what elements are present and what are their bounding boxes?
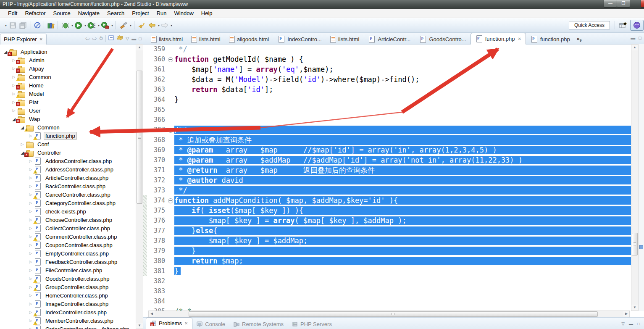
tab-close-icon[interactable]: ✕: [518, 37, 521, 41]
code-line[interactable]: 384: [143, 296, 631, 306]
scroll-up-icon[interactable]: ▲: [136, 45, 143, 50]
menu-help[interactable]: Help: [197, 9, 216, 18]
editor-tab-allgoods-html[interactable]: allgoods.html: [225, 34, 273, 44]
code-line[interactable]: 373 */: [143, 185, 631, 195]
tree-item-categorycontroller-class-php[interactable]: ▷PCategoryController.class.php: [0, 199, 136, 207]
tab-php-explorer[interactable]: PHP Explorer ✕: [0, 34, 47, 45]
overview-ruler[interactable]: [638, 44, 644, 311]
tab-close-icon[interactable]: ✕: [184, 321, 188, 326]
bottom-view-menu-icon[interactable]: ▽: [621, 321, 625, 326]
tree-item-homecontroller-class-php[interactable]: ▷PHomeController.class.php: [0, 291, 136, 300]
tree-item-backcontroller-class-php[interactable]: ▷PBackController.class.php: [0, 182, 136, 190]
code-line[interactable]: 359 */: [143, 44, 631, 54]
skip-breakpoints-icon[interactable]: [32, 21, 42, 30]
code-line[interactable]: 367/**: [143, 125, 631, 135]
tree-item-alipay[interactable]: ▷xAlipay: [0, 64, 136, 73]
tree-item-choosecontroller-class-php[interactable]: ▷PChooseController.class.php: [0, 216, 136, 224]
code-line[interactable]: 370 * @param array $addMap //$addMap['id…: [143, 155, 631, 165]
menu-window[interactable]: Window: [171, 9, 197, 18]
tree-item-model[interactable]: ▷Model: [0, 89, 136, 98]
external-tools-caret-icon[interactable]: ▾: [130, 24, 131, 27]
code-line[interactable]: 362 $data = M('Model')->field('id')->whe…: [143, 74, 631, 84]
open-perspective-icon[interactable]: [617, 20, 629, 30]
tree-item-filecontroller-class-php[interactable]: ▷PFileController.class.php: [0, 266, 136, 274]
collapsed-arrow-icon[interactable]: ▷: [28, 159, 34, 163]
tree-item-common[interactable]: ◢Common: [0, 123, 136, 132]
collapsed-arrow-icon[interactable]: ▷: [28, 201, 34, 205]
close-button[interactable]: ✕: [641, 0, 644, 8]
bottom-tab-php-servers[interactable]: PHP Servers: [288, 319, 336, 329]
collapsed-arrow-icon[interactable]: ▷: [28, 218, 34, 222]
code-line[interactable]: 374function addMapCondition( $map, $addM…: [143, 195, 631, 205]
tree-item-home[interactable]: ▷xHome: [0, 81, 136, 89]
link-with-editor-icon[interactable]: [117, 35, 123, 42]
menu-navigate[interactable]: Navigate: [74, 9, 103, 18]
run-icon[interactable]: [73, 21, 84, 30]
bottom-tab-remote-systems[interactable]: Remote Systems: [229, 319, 288, 329]
tree-item-articlecontroller-class-php[interactable]: ▷PArticleController.class.php: [0, 174, 136, 182]
code-line[interactable]: 364}: [143, 95, 631, 105]
explorer-view-menu-icon[interactable]: ▽: [126, 36, 129, 41]
code-line[interactable]: 363 return $data['id'];: [143, 84, 631, 95]
menu-refactor[interactable]: Refactor: [21, 9, 49, 18]
save-icon[interactable]: [8, 21, 18, 30]
collapsed-arrow-icon[interactable]: ▷: [28, 310, 34, 314]
tree-item-user[interactable]: ▷User: [0, 106, 136, 115]
php-explorer-close-icon[interactable]: ✕: [39, 37, 43, 42]
explorer-forward-icon[interactable]: ⇨: [92, 35, 97, 42]
code-line[interactable]: 376 $map[ $key ] = array( $map[ $key ], …: [143, 216, 631, 226]
tree-item-groupcontroller-class-php[interactable]: ▷PGroupController.class.php: [0, 283, 136, 291]
collapsed-arrow-icon[interactable]: ▷: [28, 327, 34, 329]
tree-item-goodscontroller-class-php[interactable]: ▷PGoodsController.class.php: [0, 274, 136, 283]
menu-source[interactable]: Source: [50, 9, 74, 18]
tree-item-common[interactable]: ▷Common: [0, 73, 136, 81]
new-menu-caret-icon[interactable]: ▾: [3, 23, 8, 28]
profile-icon[interactable]: [100, 21, 110, 30]
tree-item-check-exists-php[interactable]: ▷Pcheck-exists.php: [0, 207, 136, 216]
menu-run[interactable]: Run: [153, 9, 171, 18]
editor-tab-lists-html[interactable]: lists.html: [326, 34, 364, 44]
code-line[interactable]: 381}: [143, 266, 631, 276]
tree-item-emptycontroller-class-php[interactable]: ▷PEmptyController.class.php: [0, 249, 136, 258]
code-line[interactable]: 360function getModelId( $name ) {: [143, 54, 631, 64]
bottom-tab-console[interactable]: Console: [192, 319, 229, 329]
bottom-maximize-icon[interactable]: □: [637, 321, 640, 326]
editor-vscrollbar[interactable]: ▲ ▼: [631, 44, 639, 311]
forward-nav-caret-icon[interactable]: ▾: [171, 24, 172, 27]
last-edit-location-icon[interactable]: [137, 21, 147, 29]
editor-hscrollbar[interactable]: ◀ ▶: [148, 311, 630, 318]
editor-tab-lists-html[interactable]: lists.html: [187, 34, 225, 44]
run-history-icon[interactable]: [86, 21, 97, 30]
editor-scroll-left-icon[interactable]: ◀: [149, 311, 155, 316]
debug-icon[interactable]: [60, 21, 71, 30]
editor-minimize-icon[interactable]: ▬: [631, 35, 635, 40]
code-line[interactable]: 365: [143, 105, 631, 115]
menu-search[interactable]: Search: [103, 9, 128, 18]
scroll-down-icon[interactable]: ▼: [136, 323, 143, 329]
hidden-tabs-chevron[interactable]: »9: [577, 36, 582, 42]
code-line[interactable]: 372 * @author david: [143, 175, 631, 185]
explorer-scrollbar[interactable]: ▲ ▼: [136, 44, 143, 329]
minimize-button[interactable]: —: [604, 0, 617, 8]
tree-item-admin[interactable]: ▷xAdmin: [0, 56, 136, 64]
code-line[interactable]: 383: [143, 286, 631, 296]
editor-scroll-up-icon[interactable]: ▲: [631, 45, 638, 50]
tree-item-plat[interactable]: ▷xPlat: [0, 98, 136, 106]
tree-item-indexcontroller-class-php[interactable]: ▷PIndexController.class.php: [0, 308, 136, 316]
collapsed-arrow-icon[interactable]: ▷: [28, 285, 34, 289]
editor-tab-indexcontro-[interactable]: PIndexContro...: [273, 34, 326, 44]
tree-item-commentcontroller-class-php[interactable]: ▷PCommentController.class.php: [0, 232, 136, 241]
code-line[interactable]: 368 * 追加或叠加查询条件: [143, 135, 631, 145]
tree-item-membercontroller-class-php[interactable]: ▷PMemberController.class.php: [0, 316, 136, 325]
collapsed-arrow-icon[interactable]: ▷: [28, 268, 34, 272]
explorer-back-icon[interactable]: ⇦: [85, 35, 90, 42]
code-line[interactable]: 380 return $map;: [143, 256, 631, 266]
menu-edit[interactable]: Edit: [4, 9, 21, 18]
collapsed-arrow-icon[interactable]: ▷: [28, 276, 34, 281]
code-editor[interactable]: 359 */360function getModelId( $name ) {3…: [143, 44, 631, 311]
bottom-minimize-icon[interactable]: ▬: [629, 321, 633, 326]
quick-access-box[interactable]: Quick Access: [569, 21, 610, 29]
collapsed-arrow-icon[interactable]: ▷: [28, 192, 34, 197]
restore-button[interactable]: ❐: [617, 0, 630, 8]
code-line[interactable]: 369 * @param array $map //$map['id'] = a…: [143, 145, 631, 155]
